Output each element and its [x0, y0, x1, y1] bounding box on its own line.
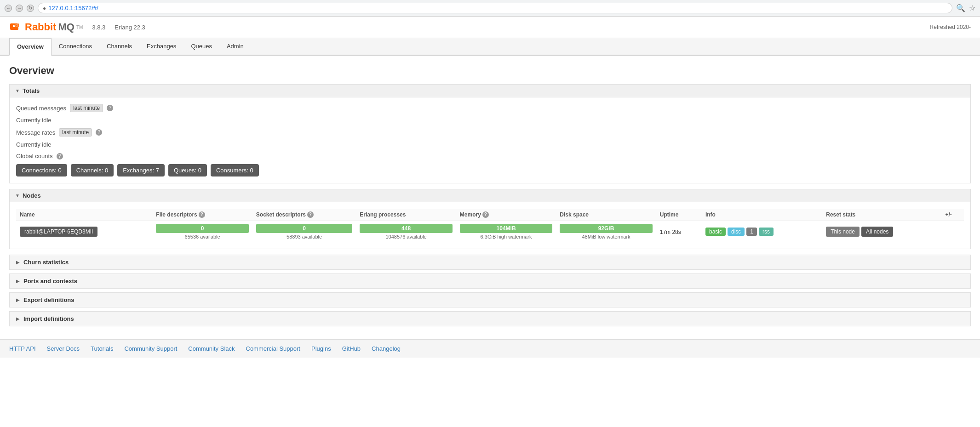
col-erlang-processes: Erlang processes [356, 209, 456, 221]
col-file-descriptors: File descriptors ? [152, 209, 252, 221]
svg-rect-3 [17, 23, 19, 27]
queues-count-btn[interactable]: Queues: 0 [168, 164, 207, 176]
import-title: Import definitions [23, 315, 74, 322]
col-name: Name [16, 209, 152, 221]
channels-count-btn[interactable]: Channels: 0 [71, 164, 114, 176]
svg-rect-1 [13, 25, 15, 27]
nodes-header[interactable]: ▼ Nodes [10, 189, 970, 202]
currently-idle-1: Currently idle [16, 117, 964, 124]
nodes-section: ▼ Nodes Name File descriptors ? [9, 189, 971, 249]
back-btn[interactable]: ← [5, 5, 12, 12]
footer-link-commercial-support[interactable]: Commercial Support [246, 345, 301, 352]
exchanges-count-btn[interactable]: Exchanges: 7 [117, 164, 165, 176]
import-arrow-icon: ▶ [16, 316, 20, 321]
file-desc-help-icon[interactable]: ? [199, 211, 205, 218]
footer-link-changelog[interactable]: Changelog [372, 345, 401, 352]
connections-count-btn[interactable]: Connections: 0 [16, 164, 67, 176]
ports-title: Ports and contexts [23, 278, 77, 285]
ports-header[interactable]: ▶ Ports and contexts [10, 274, 970, 288]
nodes-toggle-icon: ▼ [15, 193, 20, 198]
refreshed-label: Refreshed 2020- [930, 24, 971, 30]
totals-header[interactable]: ▼ Totals [10, 85, 970, 97]
nodes-body: Name File descriptors ? Socket descripto… [10, 202, 970, 249]
import-section: ▶ Import definitions [9, 311, 971, 326]
this-node-btn[interactable]: This node [826, 227, 860, 237]
info-disc-badge[interactable]: disc [728, 228, 745, 236]
socket-desc-help-icon[interactable]: ? [307, 211, 314, 218]
consumers-count-btn[interactable]: Consumers: 0 [211, 164, 259, 176]
logo: RabbitMQTM [9, 21, 83, 33]
global-counts-row: Global counts ? [16, 153, 964, 159]
import-header[interactable]: ▶ Import definitions [10, 312, 970, 326]
socket-desc-sub: 58893 available [256, 234, 353, 239]
all-nodes-btn[interactable]: All nodes [861, 227, 893, 237]
info-num-badge[interactable]: 1 [746, 228, 757, 236]
footer-link-server-docs[interactable]: Server Docs [47, 345, 80, 352]
node-name-btn[interactable]: rabbit@LAPTOP-6EQD3MII [20, 227, 97, 237]
disk-sub: 48MiB low watermark [560, 234, 652, 239]
search-icon[interactable]: 🔍 [956, 4, 965, 12]
export-header[interactable]: ▶ Export definitions [10, 293, 970, 307]
erlang-proc-cell: 448 1048576 available [356, 221, 456, 243]
churn-arrow-icon: ▶ [16, 260, 20, 265]
disk-bar: 92GiB [560, 224, 652, 233]
counts-row: Connections: 0 Channels: 0 Exchanges: 7 … [16, 164, 964, 176]
file-desc-cell: 0 65536 available [152, 221, 252, 243]
info-basic-badge[interactable]: basic [705, 228, 726, 236]
queued-messages-label: Queued messages [16, 105, 66, 112]
churn-title: Churn statistics [23, 259, 69, 266]
browser-chrome: ← → ↻ ● 127.0.0.1:15672/#/ 🔍 ☆ [0, 0, 980, 17]
bookmark-icon[interactable]: ☆ [969, 4, 975, 12]
memory-cell: 104MiB 6.3GiB high watermark [456, 221, 556, 243]
footer-link-community-support[interactable]: Community Support [124, 345, 177, 352]
footer-link-plugins[interactable]: Plugins [311, 345, 331, 352]
reload-btn[interactable]: ↻ [27, 5, 34, 12]
footer-link-tutorials[interactable]: Tutorials [91, 345, 113, 352]
churn-header[interactable]: ▶ Churn statistics [10, 255, 970, 269]
totals-title: Totals [23, 87, 40, 94]
memory-bar: 104MiB [460, 224, 552, 233]
footer-link-github[interactable]: GitHub [342, 345, 361, 352]
main-content: Overview ▼ Totals Queued messages last m… [0, 56, 980, 339]
uptime-cell: 17m 28s [656, 221, 702, 243]
totals-toggle-icon: ▼ [15, 88, 20, 93]
erlang-proc-sub: 1048576 available [360, 234, 452, 239]
footer-link-community-slack[interactable]: Community Slack [188, 345, 235, 352]
message-rates-help-icon[interactable]: ? [96, 129, 102, 136]
logo-svg [9, 22, 23, 33]
reset-stats-cell: This node All nodes [822, 221, 941, 243]
global-counts-label: Global counts [16, 153, 53, 159]
nav-channels[interactable]: Channels [99, 38, 139, 56]
erlang-proc-bar: 448 [360, 224, 452, 233]
logo-mq: MQ [58, 21, 74, 33]
nav-exchanges[interactable]: Exchanges [139, 38, 183, 56]
info-rss-badge[interactable]: rss [759, 228, 774, 236]
nav-admin[interactable]: Admin [219, 38, 251, 56]
message-rates-badge[interactable]: last minute [59, 128, 92, 137]
info-cell: basic disc 1 rss [702, 221, 822, 243]
memory-help-icon[interactable]: ? [482, 211, 489, 218]
queued-messages-row: Queued messages last minute ? [16, 104, 964, 112]
footer-link-http-api[interactable]: HTTP API [9, 345, 36, 352]
col-uptime: Uptime [656, 209, 702, 221]
nav-connections[interactable]: Connections [52, 38, 99, 56]
node-name-cell: rabbit@LAPTOP-6EQD3MII [16, 221, 152, 243]
page-title: Overview [9, 65, 971, 77]
forward-btn[interactable]: → [16, 5, 23, 12]
main-nav: Overview Connections Channels Exchanges … [0, 38, 980, 56]
file-desc-bar: 0 [156, 224, 248, 233]
nodes-title: Nodes [23, 192, 41, 199]
nav-overview[interactable]: Overview [9, 38, 52, 56]
queued-messages-help-icon[interactable]: ? [107, 105, 113, 111]
col-plus-minus[interactable]: +/- [941, 209, 964, 221]
footer: HTTP API Server Docs Tutorials Community… [0, 339, 980, 358]
address-bar[interactable]: ● 127.0.0.1:15672/#/ [38, 3, 952, 13]
ports-section: ▶ Ports and contexts [9, 273, 971, 289]
global-counts-help-icon[interactable]: ? [57, 153, 63, 159]
totals-body: Queued messages last minute ? Currently … [10, 97, 970, 183]
table-row: rabbit@LAPTOP-6EQD3MII 0 65536 available [16, 221, 964, 243]
disk-cell: 92GiB 48MiB low watermark [556, 221, 656, 243]
col-info: Info [702, 209, 822, 221]
queued-messages-badge[interactable]: last minute [70, 104, 103, 112]
nav-queues[interactable]: Queues [183, 38, 219, 56]
